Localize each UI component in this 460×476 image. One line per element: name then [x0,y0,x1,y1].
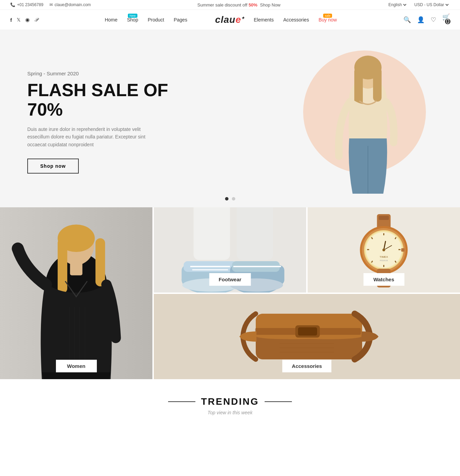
email-info: ✉ claue@domain.com [49,2,91,7]
cart-icon[interactable]: 🛒 0 [442,13,450,26]
nav-pages[interactable]: Pages [174,17,187,23]
promo-text: Summer sale discount off [197,2,249,8]
svg-rect-34 [379,216,389,220]
trending-section: TRENDING Top view in this week [0,379,460,422]
hero-subtitle: Spring - Summer 2020 [27,71,191,76]
sale-badge: sale [323,14,332,18]
top-bar-left: 📞 +01 23456789 ✉ claue@domain.com [10,2,91,7]
logo: claue✦ [215,14,245,25]
women-label: Women [56,360,97,372]
category-footwear[interactable]: Footwear [154,207,306,293]
svg-rect-20 [237,207,273,260]
hero-content: Spring - Summer 2020 FLASH SALE OF 70% D… [27,71,191,174]
svg-point-50 [383,249,385,251]
language-select[interactable]: English French [387,2,407,8]
svg-rect-13 [70,262,82,275]
trending-divider: TRENDING [10,396,450,407]
divider-right [265,401,292,402]
top-bar-right: English French USD - US Dollar EUR - Eur… [387,2,450,8]
category-grid: Women [0,207,460,379]
watches-label: Watches [363,273,404,286]
nav-elements[interactable]: Elements [254,17,273,23]
svg-text:TIMEX: TIMEX [380,255,388,258]
dot-1[interactable] [225,197,228,200]
navbar: f 𝕏 ◉ 𝒫 Home Shop New Product Pages clau… [0,10,460,30]
svg-rect-19 [194,207,230,260]
shop-now-button[interactable]: Shop now [27,159,79,174]
nav-shop[interactable]: Shop New [127,17,138,23]
top-bar-promo: Summer sale discount off 50% Shop Now [197,2,281,8]
category-accessories[interactable]: Accessories [154,294,460,379]
nav-icons: 🔍 👤 ♡ 🛒 0 [403,13,450,26]
svg-text:PREMIUM: PREMIUM [380,259,388,262]
twitter-icon[interactable]: 𝕏 [17,17,20,23]
cart-count: 0 [445,19,450,24]
svg-rect-53 [401,248,405,252]
nav-buynow[interactable]: Buy now sale [318,17,337,23]
footwear-label: Footwear [209,273,251,286]
new-badge: New [128,14,137,18]
dot-2[interactable] [232,197,235,200]
nav-accessories[interactable]: Accessories [283,17,309,23]
pinterest-icon[interactable]: 𝒫 [34,17,38,23]
svg-rect-58 [298,327,317,336]
hero-title: FLASH SALE OF 70% [27,80,191,119]
hero-description: Duis aute irure dolor in reprehenderit i… [27,125,164,148]
top-bar: 📞 +01 23456789 ✉ claue@domain.com Summer… [0,0,460,10]
svg-rect-12 [95,238,105,286]
user-icon[interactable]: 👤 [417,16,425,24]
nav-menu-right: Elements Accessories Buy now sale [254,17,337,23]
category-watches[interactable]: TIMEX PREMIUM Watches [308,207,460,293]
nav-menu: Home Shop New Product Pages [105,17,187,23]
facebook-icon[interactable]: f [10,17,12,23]
hero-image [303,50,433,194]
email-icon: ✉ [49,2,53,7]
trending-title: TRENDING [201,396,259,407]
search-icon[interactable]: 🔍 [403,16,411,24]
currency-select[interactable]: USD - US Dollar EUR - Euro [413,2,450,8]
hero-woman-figure [320,50,416,194]
nav-home[interactable]: Home [105,17,117,23]
nav-product[interactable]: Product [148,17,164,23]
hero-dots [225,197,235,200]
svg-rect-4 [373,68,382,102]
wishlist-icon[interactable]: ♡ [431,16,436,24]
category-women[interactable]: Women [0,207,152,379]
promo-link[interactable]: Shop Now [260,2,281,8]
divider-left [168,401,195,402]
social-links: f 𝕏 ◉ 𝒫 [10,17,38,23]
trending-subtitle: Top view in this week [10,410,450,415]
email-address: claue@domain.com [55,2,91,7]
promo-highlight: 50% [249,2,257,8]
svg-rect-11 [58,238,67,293]
phone-number: +01 23456789 [17,2,43,7]
phone-info: 📞 +01 23456789 [10,2,43,7]
instagram-icon[interactable]: ◉ [25,17,30,23]
women-figure-svg [0,207,152,379]
hero-section: Spring - Summer 2020 FLASH SALE OF 70% D… [0,30,460,207]
phone-icon: 📞 [10,2,15,7]
accessories-label: Accessories [282,360,331,372]
